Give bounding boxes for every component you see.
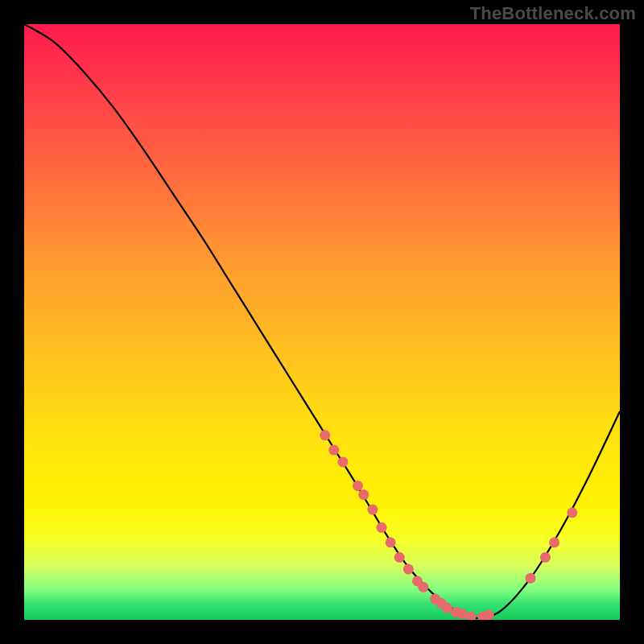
data-point — [353, 481, 363, 491]
data-point — [337, 456, 348, 467]
data-point — [526, 573, 536, 584]
data-point — [320, 430, 330, 440]
data-point — [484, 610, 494, 620]
data-point — [394, 552, 405, 563]
watermark-text: TheBottleneck.com — [470, 3, 636, 24]
data-point — [403, 564, 414, 575]
data-point — [567, 507, 577, 518]
data-point — [466, 612, 477, 620]
data-point — [418, 582, 428, 592]
data-point — [386, 537, 396, 547]
data-point — [549, 537, 559, 547]
data-point — [367, 505, 378, 515]
data-point — [456, 609, 467, 619]
chart-svg — [24, 24, 620, 620]
curve-line — [24, 24, 620, 618]
plot-area — [24, 24, 620, 620]
data-point — [442, 603, 452, 613]
data-point — [328, 445, 339, 456]
data-point — [540, 552, 551, 563]
chart-frame: TheBottleneck.com — [0, 0, 644, 644]
data-point — [358, 489, 369, 500]
scatter-points — [320, 430, 577, 620]
data-point — [377, 522, 387, 533]
